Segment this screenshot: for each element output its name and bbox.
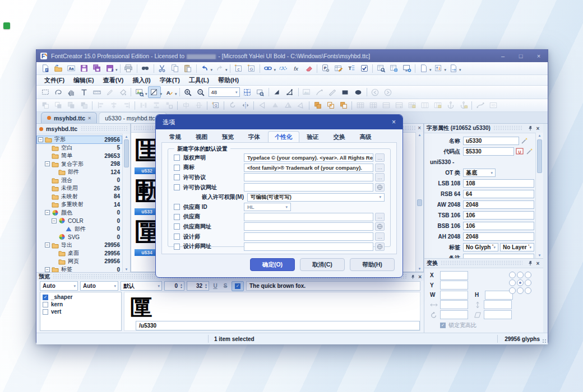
dialog-tab-高级[interactable]: 高级 <box>353 131 378 143</box>
new-glyph-button[interactable] <box>417 63 430 74</box>
tree-item-颜色[interactable]: −颜色0 <box>36 209 122 217</box>
wand-icon[interactable] <box>521 137 529 145</box>
tree-expander-icon[interactable]: − <box>38 137 43 142</box>
tree-item-多重映射[interactable]: 多重映射14 <box>36 200 122 209</box>
feature-item[interactable]: vert <box>43 308 119 315</box>
origin-radio-1[interactable] <box>517 272 524 278</box>
zoom-fit-button[interactable] <box>241 86 254 98</box>
intersect-button[interactable] <box>324 100 337 111</box>
feature-item[interactable]: ✓_shaper <box>43 293 119 301</box>
x-input[interactable] <box>440 271 468 280</box>
designer-url-browse-globe-button[interactable] <box>375 242 385 251</box>
tree-expander-icon[interactable]: − <box>52 218 57 223</box>
glyph-tag-select[interactable]: No Glyph Ta▾ <box>463 243 498 251</box>
copyright-ellipsis-button[interactable]: … <box>375 153 385 162</box>
vendor-url-checkbox[interactable] <box>174 223 180 230</box>
zoom-level-combo[interactable]: 48▾ <box>209 87 240 97</box>
designer-url-input[interactable] <box>244 242 373 251</box>
chevron-down-icon[interactable]: ▾ <box>459 68 461 72</box>
tsb-field[interactable]: 106 <box>463 211 534 220</box>
open-font-button[interactable] <box>52 63 64 74</box>
menu-item-0[interactable]: 文件(F) <box>40 76 69 85</box>
web-fonts-button[interactable] <box>387 63 400 74</box>
flip-button[interactable] <box>239 100 252 111</box>
tree-item-简单[interactable]: 简单29653 <box>36 152 122 160</box>
chevron-down-icon[interactable]: ▾ <box>115 68 118 72</box>
mode-select[interactable]: 默认▾ <box>121 281 162 291</box>
rectangle-tool[interactable] <box>339 86 352 98</box>
preview-canvas[interactable]: 匰 /u5330 <box>124 292 420 331</box>
exclude-button[interactable] <box>337 100 350 111</box>
trademark-input[interactable]: <font family>® Trademark of (your compan… <box>244 164 373 172</box>
import-export-button[interactable] <box>432 63 445 74</box>
sample-text-input[interactable]: The quick brown fox. <box>246 281 420 291</box>
vendor-checkbox[interactable] <box>174 214 180 220</box>
origin-radio-2[interactable] <box>525 272 531 278</box>
paste-button[interactable] <box>182 63 195 74</box>
tree-item-部件[interactable]: 部件124 <box>36 168 122 176</box>
lsb-field[interactable]: 108 <box>463 179 534 188</box>
validate-font-button[interactable] <box>358 63 371 74</box>
origin-radio-0[interactable] <box>509 272 516 278</box>
y-input[interactable] <box>440 281 468 290</box>
zoom-region-button[interactable] <box>254 86 267 98</box>
license-url-checkbox[interactable] <box>174 184 180 190</box>
aw-field[interactable]: 2048 <box>463 200 534 209</box>
pin-icon[interactable] <box>527 125 533 132</box>
tree-expander-icon[interactable]: − <box>45 161 50 166</box>
chevron-down-icon[interactable]: ▾ <box>160 92 163 96</box>
dialog-tab-常规[interactable]: 常规 <box>163 131 188 143</box>
unlink-button[interactable] <box>276 63 289 74</box>
dialog-tab-字体[interactable]: 字体 <box>242 131 267 143</box>
tree-item-部件[interactable]: 部件0 <box>36 225 122 234</box>
close-button[interactable]: × <box>530 50 548 62</box>
tree-item-混合[interactable]: 混合0 <box>36 176 122 185</box>
tree-item-网页[interactable]: 网页29956 <box>36 258 122 266</box>
maximize-button[interactable]: □ <box>512 50 530 62</box>
dialog-title-bar[interactable]: 选项 × <box>156 115 402 129</box>
pan-tool[interactable] <box>64 86 77 98</box>
ot-class-select[interactable]: 基底▾ <box>463 169 496 177</box>
ellipse-tool[interactable] <box>352 86 365 98</box>
scroll-up-icon[interactable]: ▲ <box>536 134 543 137</box>
anchor-functions-button[interactable]: fx <box>289 63 302 74</box>
close-panel-icon[interactable]: × <box>535 260 541 267</box>
license-input[interactable] <box>244 173 373 181</box>
vendor-id-select[interactable]: HL▾ <box>244 203 291 211</box>
compare-fonts-button[interactable] <box>374 63 387 74</box>
print-button[interactable] <box>122 63 135 74</box>
contour-mode-button[interactable] <box>148 86 161 98</box>
tree-item-导出[interactable]: −导出29956 <box>36 241 122 250</box>
knife-tool[interactable] <box>271 86 284 98</box>
font-size-spinner[interactable]: 32▲▼ <box>187 281 209 291</box>
font-properties-button[interactable]: P <box>319 63 332 74</box>
origin-radio-8[interactable] <box>525 287 531 294</box>
ok-button[interactable]: 确定(O) <box>250 258 295 271</box>
vendor-input[interactable] <box>244 213 373 221</box>
zoom-out-button[interactable] <box>195 86 207 98</box>
tab-close-icon[interactable]: × <box>88 115 91 121</box>
link-button[interactable] <box>262 63 275 74</box>
origin-radio-3[interactable] <box>509 279 516 286</box>
trademark-ellipsis-button[interactable]: … <box>375 164 385 172</box>
glyph-sequence-input[interactable]: /u5330 <box>136 321 420 330</box>
script-select[interactable]: Auto▾ <box>40 281 78 291</box>
cut-button[interactable] <box>156 63 169 74</box>
test-font-button[interactable] <box>400 63 413 74</box>
glyph-grid-scrollbar[interactable]: ▲ ▼ <box>415 132 423 272</box>
zoom-in-button[interactable] <box>182 86 195 98</box>
scroll-down-icon[interactable]: ▼ <box>123 268 130 271</box>
ah-field[interactable]: 2048 <box>463 232 534 241</box>
scroll-up-icon[interactable]: ▲ <box>123 135 130 138</box>
vendor-ellipsis-button[interactable]: … <box>375 213 385 221</box>
select-tool[interactable] <box>39 86 52 98</box>
menu-item-2[interactable]: 查看(V) <box>99 76 128 85</box>
designer-input[interactable] <box>244 232 373 241</box>
glyph-tag-button[interactable]: G <box>209 100 222 111</box>
tree-item-复合字形[interactable]: −复合字形298 <box>36 160 122 169</box>
vendor-url-input[interactable] <box>244 222 373 231</box>
menu-item-3[interactable]: 插入(I) <box>128 76 155 85</box>
bsb-field[interactable]: 106 <box>463 222 534 230</box>
chevron-down-icon[interactable]: ▾ <box>145 92 147 96</box>
new-font-button[interactable]: F <box>39 63 52 74</box>
